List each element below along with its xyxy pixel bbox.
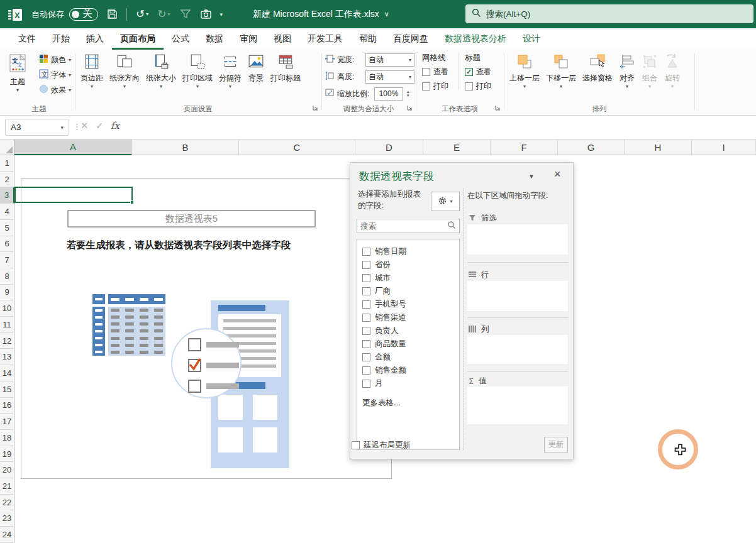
ribbon-tab-4[interactable]: 公式: [164, 28, 197, 50]
ribbon-tab-12[interactable]: 设计: [514, 28, 548, 50]
fields-search-input[interactable]: [360, 222, 447, 231]
row-header-14[interactable]: 14: [0, 365, 14, 381]
theme-effects-button[interactable]: 效果▾: [39, 84, 71, 96]
search-input[interactable]: [486, 9, 747, 19]
document-title[interactable]: 新建 Microsoft Excel 工作表.xlsx ∨: [253, 9, 389, 20]
ribbon-tab-10[interactable]: 百度网盘: [385, 28, 436, 50]
row-header-13[interactable]: 13: [0, 349, 14, 365]
row-header-15[interactable]: 15: [0, 381, 14, 398]
row-header-21[interactable]: 21: [0, 478, 14, 495]
formula-input[interactable]: [128, 118, 753, 136]
area-dropzone-0[interactable]: [467, 224, 568, 255]
row-header-20[interactable]: 20: [0, 462, 14, 478]
arrange-button-2[interactable]: 选择窗格: [579, 51, 616, 90]
headings-view-option[interactable]: 查看: [465, 67, 491, 77]
column-header-I[interactable]: I: [692, 140, 756, 155]
field-checkbox-2[interactable]: [362, 274, 370, 282]
page-setup-button-0[interactable]: 页边距▾: [77, 51, 106, 90]
row-header-12[interactable]: 12: [0, 333, 14, 349]
field-item-3[interactable]: 厂商: [362, 285, 459, 298]
row-header-18[interactable]: 18: [0, 430, 14, 446]
row-header-9[interactable]: 9: [0, 285, 14, 301]
row-header-4[interactable]: 4: [0, 204, 14, 220]
row-header-23[interactable]: 23: [0, 510, 14, 527]
row-header-22[interactable]: 22: [0, 495, 14, 511]
row-header-19[interactable]: 19: [0, 446, 14, 463]
scale-dialog-launcher[interactable]: [407, 102, 413, 113]
ribbon-tab-5[interactable]: 数据: [197, 28, 231, 50]
defer-layout-checkbox[interactable]: [352, 441, 360, 449]
ribbon-tab-3[interactable]: 页面布局: [112, 28, 164, 50]
gridlines-view-checkbox[interactable]: [422, 68, 430, 76]
ribbon-tab-9[interactable]: 帮助: [351, 28, 385, 50]
field-checkbox-6[interactable]: [362, 327, 370, 335]
page-setup-dialog-launcher[interactable]: [313, 102, 318, 113]
save-icon[interactable]: [107, 9, 118, 19]
column-header-H[interactable]: H: [625, 140, 692, 155]
row-header-1[interactable]: 1: [0, 155, 14, 172]
gridlines-print-option[interactable]: 打印: [422, 81, 448, 92]
field-item-5[interactable]: 销售渠道: [362, 311, 459, 324]
gridlines-print-checkbox[interactable]: [422, 82, 430, 90]
headings-print-checkbox[interactable]: [465, 82, 473, 90]
defer-layout-option[interactable]: 延迟布局更新: [352, 440, 411, 451]
tools-gear-button[interactable]: ▾: [431, 192, 460, 211]
select-all-corner[interactable]: [0, 140, 14, 155]
themes-button[interactable]: 文文 主题 ▾: [5, 51, 30, 94]
field-checkbox-5[interactable]: [362, 314, 370, 322]
field-item-8[interactable]: 金额: [362, 351, 459, 364]
ribbon-tab-7[interactable]: 视图: [265, 28, 299, 50]
area-dropzone-2[interactable]: [467, 335, 568, 364]
field-checkbox-3[interactable]: [362, 287, 370, 295]
scale-input[interactable]: 100%: [374, 87, 403, 101]
name-box[interactable]: A3▾: [5, 119, 69, 136]
ribbon-tab-8[interactable]: 开发工具: [299, 28, 351, 50]
excel-logo-icon[interactable]: X: [8, 8, 23, 21]
field-item-2[interactable]: 城市: [362, 272, 459, 285]
scale-spinner[interactable]: ▴▾: [407, 90, 409, 97]
column-header-F[interactable]: F: [491, 140, 558, 155]
ribbon-tab-1[interactable]: 开始: [44, 28, 78, 50]
column-header-D[interactable]: D: [355, 140, 423, 155]
ribbon-tab-0[interactable]: 文件: [10, 28, 44, 50]
row-header-3[interactable]: 3: [0, 187, 14, 204]
headings-view-checkbox[interactable]: [465, 68, 473, 76]
page-setup-button-1[interactable]: 纸张方向▾: [106, 51, 143, 90]
row-header-7[interactable]: 7: [0, 252, 14, 268]
field-item-7[interactable]: 商品数量: [362, 337, 459, 351]
area-dropzone-3[interactable]: [467, 387, 568, 424]
field-checkbox-1[interactable]: [362, 261, 370, 269]
ribbon-tab-11[interactable]: 数据透视表分析: [436, 28, 514, 50]
arrange-button-1[interactable]: 下移一层▾: [543, 51, 579, 90]
column-header-B[interactable]: B: [132, 140, 239, 155]
page-setup-button-5[interactable]: 背景: [245, 51, 267, 90]
ribbon-tab-6[interactable]: 审阅: [231, 28, 265, 50]
autosave-toggle[interactable]: 关: [69, 8, 98, 21]
qat-customize-chevron[interactable]: ▾: [220, 11, 223, 18]
arrange-button-3[interactable]: 对齐▾: [616, 51, 638, 90]
area-dropzone-1[interactable]: [467, 281, 568, 311]
row-header-11[interactable]: 11: [0, 317, 14, 333]
theme-fonts-button[interactable]: 文 字体▾: [39, 69, 71, 81]
update-button[interactable]: 更新: [544, 437, 568, 452]
row-header-17[interactable]: 17: [0, 414, 14, 430]
undo-button[interactable]: ↺▾: [136, 9, 148, 19]
insert-function-icon[interactable]: fx: [111, 120, 120, 131]
width-combo[interactable]: 自动▾: [365, 53, 414, 67]
page-setup-button-2[interactable]: 纸张大小▾: [143, 51, 179, 90]
field-checkbox-7[interactable]: [362, 340, 370, 348]
row-header-2[interactable]: 2: [0, 172, 14, 188]
row-header-24[interactable]: 24: [0, 527, 14, 543]
field-item-6[interactable]: 负责人: [362, 324, 459, 337]
theme-colors-button[interactable]: 颜色▾: [39, 53, 71, 66]
camera-icon[interactable]: [201, 9, 211, 19]
field-checkbox-9[interactable]: [362, 366, 370, 375]
search-bar[interactable]: [465, 4, 753, 23]
page-setup-button-3[interactable]: 打印区域▾: [179, 51, 216, 90]
field-item-0[interactable]: 销售日期: [362, 245, 459, 258]
arrange-button-0[interactable]: 上移一层▾: [506, 51, 543, 90]
column-header-C[interactable]: C: [239, 140, 355, 155]
more-tables-link[interactable]: 更多表格...: [362, 398, 459, 409]
row-header-5[interactable]: 5: [0, 220, 14, 236]
gridlines-view-option[interactable]: 查看: [422, 67, 448, 77]
